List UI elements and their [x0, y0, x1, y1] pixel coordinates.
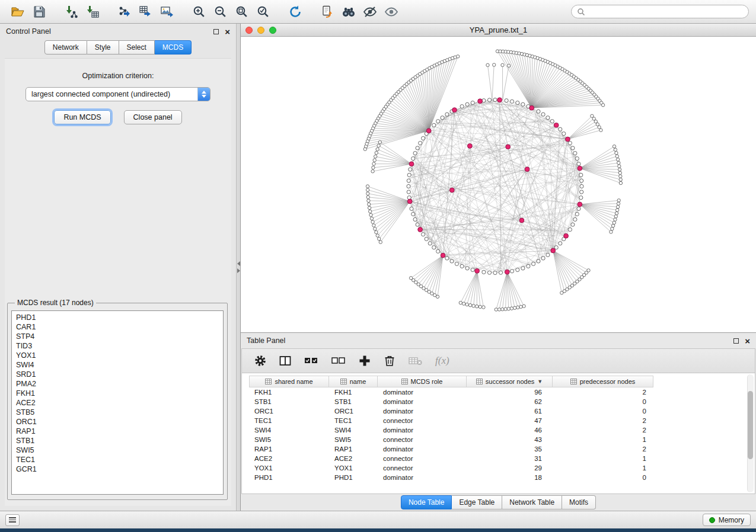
- show-columns-button[interactable]: [279, 352, 292, 370]
- table-cell[interactable]: SWI5: [249, 435, 329, 444]
- table-row[interactable]: TEC1TEC1connector472: [249, 416, 653, 425]
- table-cell[interactable]: TEC1: [329, 416, 378, 425]
- table-cell[interactable]: 35: [467, 444, 553, 454]
- mcds-node-item[interactable]: YOX1: [12, 351, 223, 360]
- table-cell[interactable]: 1: [553, 454, 653, 463]
- table-cell[interactable]: 0: [553, 473, 653, 482]
- table-cell[interactable]: dominator: [378, 397, 467, 406]
- table-cell[interactable]: 0: [553, 397, 653, 406]
- tab-mcds[interactable]: MCDS: [155, 40, 192, 55]
- zoom-out-button[interactable]: [210, 2, 231, 21]
- zoom-selected-button[interactable]: [253, 2, 274, 21]
- table-cell[interactable]: 2: [553, 416, 653, 425]
- table-cell[interactable]: 1: [553, 463, 653, 473]
- run-mcds-button[interactable]: Run MCDS: [54, 110, 110, 124]
- mcds-node-item[interactable]: SWI4: [12, 360, 223, 370]
- delete-table-button[interactable]: [408, 352, 423, 370]
- table-scrollbar[interactable]: [747, 374, 754, 492]
- table-cell[interactable]: 2: [553, 387, 653, 397]
- deselect-all-rows-button[interactable]: [331, 352, 346, 370]
- import-network-button[interactable]: [60, 2, 82, 21]
- network-view-titlebar[interactable]: YPA_prune.txt_1: [241, 24, 756, 37]
- mcds-node-item[interactable]: ORC1: [12, 417, 223, 427]
- table-cell[interactable]: FKH1: [249, 387, 329, 397]
- search-network-button[interactable]: [338, 2, 359, 21]
- tab-motifs[interactable]: Motifs: [562, 495, 596, 509]
- table-cell[interactable]: 31: [467, 454, 553, 463]
- table-cell[interactable]: ACE2: [249, 454, 329, 463]
- table-scrollbar-thumb[interactable]: [748, 391, 753, 459]
- table-cell[interactable]: 62: [467, 397, 553, 406]
- column-header-shared-name[interactable]: shared name: [249, 376, 329, 387]
- table-cell[interactable]: STB1: [329, 397, 378, 406]
- table-settings-button[interactable]: [254, 352, 267, 370]
- memory-button[interactable]: Memory: [703, 514, 751, 526]
- table-cell[interactable]: 47: [467, 416, 553, 425]
- global-search[interactable]: [571, 5, 749, 18]
- table-row[interactable]: SWI5SWI5connector431: [249, 435, 653, 444]
- open-network-button[interactable]: [7, 2, 28, 21]
- table-cell[interactable]: STB1: [249, 397, 329, 406]
- table-cell[interactable]: dominator: [378, 406, 467, 416]
- table-cell[interactable]: SWI5: [329, 435, 378, 444]
- collapse-left-icon[interactable]: [237, 261, 240, 266]
- table-cell[interactable]: TEC1: [249, 416, 329, 425]
- tab-select[interactable]: Select: [119, 40, 155, 55]
- minimize-window-icon[interactable]: [257, 27, 264, 34]
- mcds-node-item[interactable]: CAR1: [12, 322, 223, 332]
- table-cell[interactable]: ORC1: [249, 406, 329, 416]
- mcds-node-item[interactable]: ACE2: [12, 398, 223, 408]
- mcds-node-item[interactable]: TID3: [12, 341, 223, 351]
- table-cell[interactable]: dominator: [378, 387, 467, 397]
- table-cell[interactable]: dominator: [378, 425, 467, 435]
- hide-selected-button[interactable]: [359, 2, 381, 21]
- close-table-panel-icon[interactable]: ×: [745, 338, 750, 344]
- tab-network[interactable]: Network: [44, 40, 87, 55]
- table-row[interactable]: ACE2ACE2connector311: [249, 454, 653, 463]
- search-input[interactable]: [588, 8, 743, 16]
- table-cell[interactable]: FKH1: [329, 387, 378, 397]
- float-panel-icon[interactable]: [213, 29, 219, 34]
- table-row[interactable]: SWI4SWI4dominator462: [249, 425, 653, 435]
- panel-menu-button[interactable]: [5, 514, 20, 526]
- mcds-node-item[interactable]: PHD1: [12, 313, 223, 322]
- table-cell[interactable]: RAP1: [249, 444, 329, 454]
- mcds-node-item[interactable]: SRD1: [12, 370, 223, 379]
- tab-node-table[interactable]: Node Table: [401, 495, 452, 509]
- mcds-node-item[interactable]: STB1: [12, 436, 223, 446]
- table-cell[interactable]: 43: [467, 435, 553, 444]
- table-cell[interactable]: 0: [553, 406, 653, 416]
- table-cell[interactable]: 2: [553, 444, 653, 454]
- table-cell[interactable]: 29: [467, 463, 553, 473]
- table-cell[interactable]: ACE2: [329, 454, 378, 463]
- network-canvas[interactable]: [241, 37, 756, 332]
- column-header-successor-nodes[interactable]: successor nodes ▼: [467, 376, 553, 387]
- table-cell[interactable]: PHD1: [249, 473, 329, 482]
- mcds-node-item[interactable]: PMA2: [12, 379, 223, 389]
- tab-network-table[interactable]: Network Table: [502, 495, 562, 509]
- table-cell[interactable]: PHD1: [329, 473, 378, 482]
- mcds-node-item[interactable]: TEC1: [12, 455, 223, 464]
- table-row[interactable]: PHD1PHD1dominator180: [249, 473, 653, 482]
- close-panel-icon[interactable]: ×: [225, 29, 230, 34]
- tab-edge-table[interactable]: Edge Table: [452, 495, 502, 509]
- table-row[interactable]: STB1STB1dominator620: [249, 397, 653, 406]
- table-cell[interactable]: 18: [467, 473, 553, 482]
- mcds-node-item[interactable]: SWI5: [12, 446, 223, 455]
- mcds-node-item[interactable]: STB5: [12, 408, 223, 417]
- zoom-fit-button[interactable]: [231, 2, 253, 21]
- maximize-window-icon[interactable]: [269, 27, 276, 34]
- mcds-result-list[interactable]: PHD1CAR1STP4TID3YOX1SWI4SRD1PMA2FKH1ACE2…: [11, 310, 224, 495]
- table-cell[interactable]: connector: [378, 435, 467, 444]
- export-network-button[interactable]: [114, 2, 135, 21]
- table-cell[interactable]: RAP1: [329, 444, 378, 454]
- select-all-rows-button[interactable]: [304, 352, 319, 370]
- save-session-button[interactable]: [28, 2, 50, 21]
- table-cell[interactable]: connector: [378, 454, 467, 463]
- table-cell[interactable]: YOX1: [329, 463, 378, 473]
- table-cell[interactable]: dominator: [378, 473, 467, 482]
- table-cell[interactable]: dominator: [378, 444, 467, 454]
- table-row[interactable]: ORC1ORC1dominator610: [249, 406, 653, 416]
- expand-right-icon[interactable]: [237, 268, 240, 273]
- column-header-predecessor-nodes[interactable]: predecessor nodes: [553, 376, 653, 387]
